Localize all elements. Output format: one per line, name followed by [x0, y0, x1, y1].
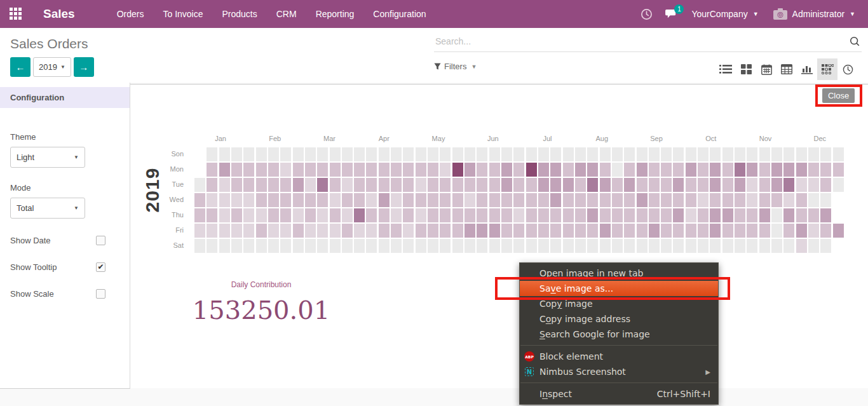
search-input[interactable] [434, 33, 834, 50]
heatmap-cell [698, 224, 709, 238]
heatmap-cell [710, 224, 721, 238]
month-label: Sep [650, 135, 663, 142]
search-icon[interactable] [849, 36, 860, 50]
heatmap-cell [207, 193, 217, 207]
kanban-view-icon[interactable] [736, 58, 756, 80]
top-nav: Sales OrdersTo InvoiceProductsCRMReporti… [0, 0, 868, 28]
heatmap-cell [477, 178, 487, 192]
activity-clock-icon[interactable] [637, 4, 656, 24]
next-year-button[interactable]: → [74, 57, 94, 77]
heatmap-cell [820, 239, 831, 253]
heatmap-cell [575, 239, 586, 253]
heatmap-cell [465, 147, 475, 161]
nav-item-to-invoice[interactable]: To Invoice [156, 5, 210, 23]
day-label: Mon [157, 165, 184, 173]
heatmap-cell [465, 163, 475, 177]
heatmap-cell [280, 178, 291, 192]
pivot-view-icon[interactable] [776, 58, 797, 80]
menu-item-label: Open image in new tab [539, 268, 643, 278]
heatmap-cell [575, 147, 586, 161]
menu-item-search-google-for-image[interactable]: Search Google for image [520, 327, 718, 342]
calendar-view-icon[interactable] [756, 58, 776, 80]
year-select[interactable]: 2019▼ [33, 57, 71, 77]
heatmap-cell [379, 163, 390, 177]
nimbus-icon: N [524, 367, 534, 377]
heatmap-cell [465, 208, 475, 222]
menu-item-nimbus-screenshot[interactable]: NNimbus Screenshot▶ [520, 364, 718, 379]
heatmap-cell [600, 224, 611, 238]
heatmap-cell [501, 208, 512, 222]
theme-select[interactable]: Light▼ [10, 147, 85, 168]
heatmap-cell [759, 147, 770, 161]
heatmap-cell [575, 208, 586, 222]
heatmap-cell [624, 239, 635, 253]
nav-item-orders[interactable]: Orders [110, 5, 151, 23]
heatmap-cell [550, 239, 561, 253]
list-view-icon[interactable] [715, 58, 736, 80]
filters-dropdown[interactable]: Filters ▼ [434, 62, 477, 71]
menu-item-inspect[interactable]: InspectCtrl+Shift+I [520, 386, 718, 402]
checkbox-show-tooltip[interactable]: ✔ [96, 262, 105, 272]
heatmap-cell [489, 163, 500, 177]
close-button[interactable]: Close [822, 88, 855, 103]
messages-icon[interactable]: 1 [662, 4, 681, 24]
mode-select[interactable]: Total▼ [10, 198, 85, 219]
heatmap-cell [673, 208, 684, 222]
heatmap-cell [649, 193, 660, 207]
menu-item-copy-image-address[interactable]: Copy image address [520, 311, 718, 327]
heatmap-cell [661, 163, 672, 177]
heatmap-view-icon[interactable] [817, 58, 837, 80]
heatmap-cell [587, 178, 598, 192]
heatmap-cell [366, 208, 377, 222]
heatmap-cell [771, 163, 782, 177]
heatmap-cell [759, 239, 770, 253]
heatmap-cell [342, 193, 353, 207]
month-label: Mar [323, 135, 336, 142]
heatmap-cell [293, 178, 304, 192]
heatmap-cell [612, 224, 623, 238]
heatmap-cell [452, 239, 463, 253]
heatmap-cell [747, 163, 757, 177]
nav-item-products[interactable]: Products [215, 5, 264, 23]
heatmap-cell [391, 193, 402, 207]
company-switcher[interactable]: YourCompany▼ [688, 6, 762, 22]
menu-item-save-image-as[interactable]: Save image as... [520, 281, 718, 296]
heatmap-cell [808, 239, 819, 253]
checkbox-show-scale[interactable] [96, 289, 105, 299]
apps-grid-icon[interactable] [10, 8, 22, 20]
activity-view-icon[interactable] [837, 58, 858, 80]
menu-item-block-element[interactable]: ABPBlock element [520, 349, 718, 364]
day-label: Sat [157, 241, 184, 249]
user-menu[interactable]: Administrator▼ [769, 5, 859, 24]
app-title[interactable]: Sales [43, 7, 75, 21]
heatmap-cell [587, 193, 598, 207]
menu-item-label: Save image as... [539, 283, 613, 294]
previous-year-button[interactable]: ← [10, 57, 31, 77]
heatmap-cell [379, 193, 390, 207]
nav-item-configuration[interactable]: Configuration [366, 5, 433, 23]
stat-value: 153250.01 [191, 295, 332, 325]
heatmap-cell [808, 193, 819, 207]
year-pager: ← 2019▼ → [10, 57, 94, 77]
heatmap-cell [808, 178, 819, 192]
heatmap-cell [526, 224, 537, 238]
heatmap-cell [624, 193, 635, 207]
menu-item-open-image-in-new-tab[interactable]: Open image in new tab [520, 266, 718, 281]
toggle-show-tooltip: Show Tooltip✔ [10, 262, 105, 272]
heatmap-cell [722, 193, 733, 207]
nav-item-reporting[interactable]: Reporting [309, 5, 362, 23]
heatmap-cell [759, 193, 770, 207]
heatmap-cell [428, 208, 438, 222]
heatmap-cell [403, 178, 414, 192]
menu-item-label: Copy image [539, 299, 593, 309]
heatmap-cell [796, 163, 807, 177]
checkbox-show-date[interactable] [96, 236, 105, 245]
heatmap-cell [722, 208, 733, 222]
menu-separator [520, 345, 717, 346]
graph-view-icon[interactable] [797, 58, 817, 80]
heatmap-cell [575, 178, 586, 192]
heatmap-cell [330, 193, 341, 207]
heatmap-cell [538, 239, 549, 253]
nav-item-crm[interactable]: CRM [269, 5, 304, 23]
menu-item-copy-image[interactable]: Copy image [520, 296, 718, 311]
